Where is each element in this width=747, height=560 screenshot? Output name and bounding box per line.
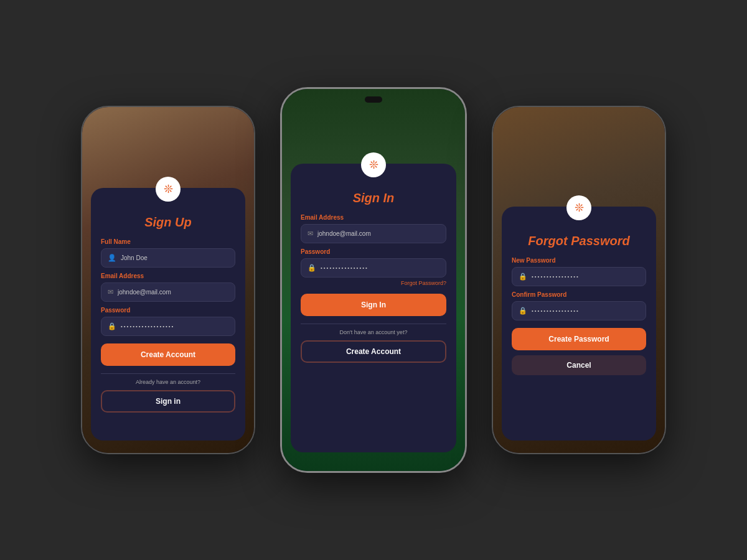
confirm-password-input[interactable]: 🔒 •••••••••••••••• — [512, 301, 646, 320]
lock-icon-new-pw: 🔒 — [519, 273, 527, 281]
create-password-button[interactable]: Create Password — [512, 328, 646, 350]
confirm-password-dots: •••••••••••••••• — [532, 308, 580, 314]
logo-circle-signin: ❊ — [361, 152, 386, 177]
fullname-value: John Doe — [121, 254, 228, 261]
signup-helper-text: Already have an account? — [101, 379, 235, 385]
new-password-input[interactable]: 🔒 •••••••••••••••• — [512, 267, 646, 286]
signin-password-input[interactable]: 🔒 •••••••••••••••• — [301, 258, 446, 278]
logo-circle-forgot: ❊ — [566, 195, 591, 220]
user-icon: 👤 — [108, 254, 116, 262]
confirm-password-label: Confirm Password — [512, 291, 646, 298]
logo-icon-forgot: ❊ — [575, 201, 584, 215]
lock-icon-signup: 🔒 — [108, 322, 116, 330]
signin-email-label: Email Address — [301, 214, 446, 221]
lock-icon-confirm-pw: 🔒 — [519, 307, 527, 315]
signup-email-input[interactable]: ✉ johndoe@mail.com — [101, 282, 235, 302]
email-icon-signup: ✉ — [108, 288, 113, 296]
logo-circle-signup: ❊ — [156, 177, 181, 202]
signup-card: ❊ Sign Up Full Name 👤 John Doe Email Add… — [91, 188, 245, 441]
signin-email-input[interactable]: ✉ johndoe@mail.com — [301, 224, 446, 243]
signin-button-left[interactable]: Sign in — [101, 390, 235, 413]
phone-notch — [365, 96, 382, 103]
forgot-card: ❊ Forgot Password New Password 🔒 •••••••… — [502, 207, 656, 441]
fullname-label: Full Name — [101, 238, 235, 245]
signin-helper-text: Don't have an account yet? — [301, 329, 446, 335]
cancel-button[interactable]: Cancel — [512, 355, 646, 375]
signin-password-label: Password — [301, 248, 446, 255]
signin-button-center[interactable]: Sign In — [301, 294, 446, 316]
phone-signup: ❊ Sign Up Full Name 👤 John Doe Email Add… — [81, 106, 255, 454]
phone-forgot: ❊ Forgot Password New Password 🔒 •••••••… — [492, 106, 666, 454]
logo-icon-signup: ❊ — [164, 182, 173, 196]
signin-card: ❊ Sign In Email Address ✉ johndoe@mail.c… — [291, 164, 456, 452]
signin-password-dots: •••••••••••••••• — [321, 265, 369, 271]
new-password-label: New Password — [512, 257, 646, 264]
signup-email-value: johndoe@mail.com — [118, 289, 228, 296]
logo-icon-signin: ❊ — [369, 158, 378, 172]
lock-icon-signin: 🔒 — [308, 264, 316, 272]
signin-email-value: johndoe@mail.com — [317, 230, 439, 237]
fullname-input[interactable]: 👤 John Doe — [101, 248, 235, 268]
email-icon-signin: ✉ — [308, 230, 313, 238]
create-account-button-center[interactable]: Create Account — [301, 340, 446, 363]
forgot-title: Forgot Password — [512, 234, 646, 248]
forgot-password-link[interactable]: Forgot Password? — [301, 280, 446, 286]
phone-signin: ❊ Sign In Email Address ✉ johndoe@mail.c… — [280, 87, 467, 473]
signup-password-input[interactable]: 🔒 •••••••••••••••••• — [101, 317, 235, 336]
signup-title: Sign Up — [101, 215, 235, 230]
signin-title: Sign In — [301, 191, 446, 205]
create-account-button-left[interactable]: Create Account — [101, 343, 235, 366]
signup-email-label: Email Address — [101, 273, 235, 279]
new-password-dots: •••••••••••••••• — [532, 274, 580, 279]
signin-divider — [301, 324, 446, 324]
signup-divider — [101, 373, 235, 374]
signup-password-dots: •••••••••••••••••• — [121, 324, 174, 329]
signup-password-label: Password — [101, 307, 235, 314]
